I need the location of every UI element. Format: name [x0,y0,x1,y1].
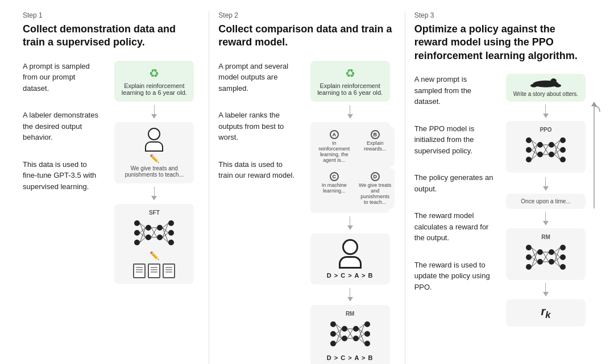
otter-icon [529,78,563,89]
svg-point-87 [537,249,543,255]
step1-column: Step 1 Collect demonstration data and tr… [14,11,209,364]
ppo-svg [523,135,569,166]
step2-content: A prompt and several model outputs are s… [218,61,395,364]
svg-point-33 [364,321,370,327]
option-b-text: Explain rewards... [359,140,392,152]
svg-point-28 [330,341,336,346]
svg-point-0 [134,220,140,226]
step1-prompt-box: ♻ Explain reinforcement learning to a 6 … [114,61,194,102]
svg-point-62 [549,142,554,148]
step3-output-box: Once upon a time... [506,194,586,209]
option-b: B Explain rewards... [356,127,395,166]
svg-point-86 [526,264,532,270]
docs-icons [121,263,187,278]
svg-point-61 [537,152,543,157]
svg-point-2 [134,240,140,245]
edit-icon2: ✏️ [121,251,187,260]
step3-diagram: Write a story about otters. PPO [500,74,591,327]
arrow9 [543,283,549,296]
svg-point-26 [330,321,336,327]
step3-rm-box: RM [506,228,586,280]
svg-point-30 [342,336,347,341]
step2-diagram: ♻ Explain reinforcement learning to a 6 … [305,61,396,364]
svg-point-29 [342,326,347,332]
arrow4 [347,216,353,230]
svg-point-84 [526,245,532,250]
arrow3 [347,105,353,119]
arrow5 [347,288,353,302]
option-d-letter: D [371,172,380,181]
svg-point-60 [537,142,543,148]
step1-title: Collect demonstration data and train a s… [23,23,200,49]
step2-column: Step 2 Collect comparison data and train… [209,11,405,364]
option-c: C In machine learning... [315,169,354,208]
svg-point-34 [364,331,370,337]
step2-options-box: A In reinforcement learning, the agent i… [310,122,390,213]
recycle-icon2: ♻ [317,66,383,80]
svg-point-31 [353,326,359,332]
step1-prompt-text: Explain reinforcement learning to a 6 ye… [122,82,187,96]
person-large [317,239,383,269]
option-a: A In reinforcement learning, the agent i… [315,127,354,166]
svg-point-27 [330,331,336,337]
step2-text1: A labeler ranks the outputs from best to… [218,110,298,143]
doc-icon3 [163,263,175,278]
step2-prompt-box: ♻ Explain reinforcement learning to a 6 … [310,61,390,102]
step3-content: A new prompt is sampled from the dataset… [414,74,591,327]
svg-point-90 [549,259,554,265]
doc-icon2 [148,263,160,278]
step3-prompt-box: Write a story about otters. [506,74,586,102]
step1-content: A prompt is sampled from our prompt data… [23,61,200,284]
nn-svg [131,217,177,249]
step3-text3: The reward model calculates a reward for… [414,210,495,244]
svg-point-3 [146,225,151,231]
step3-output-text: Once upon a time... [521,198,570,204]
svg-point-63 [549,152,554,157]
svg-point-7 [168,220,174,226]
svg-point-9 [168,240,174,245]
step2-labeler-box: D > C > A > B [310,233,390,284]
step2-title: Collect comparison data and train a rewa… [218,23,395,49]
rm-label: RM [317,311,383,317]
svg-point-89 [549,249,554,255]
svg-point-93 [560,264,566,270]
svg-point-32 [353,336,359,341]
option-d: D We give treats and punishments to teac… [356,169,395,208]
ppo-label: PPO [513,127,579,133]
svg-point-65 [560,147,566,153]
rm-svg [327,319,373,350]
option-a-letter: A [330,130,339,139]
step3-rm-svg [523,242,569,273]
svg-point-92 [560,254,566,260]
sft-label: SFT [149,210,160,216]
step2-rm-box: RM [310,305,390,364]
step2-ranking: D > C > A > B [317,272,383,279]
step3-text0: A new prompt is sampled from the dataset… [414,74,495,107]
step2-text0: A prompt and several model outputs are s… [218,61,298,94]
step3-texts: A new prompt is sampled from the dataset… [414,74,495,292]
svg-point-66 [560,157,566,162]
step2-label: Step 2 [218,11,395,19]
svg-point-57 [526,137,532,143]
step3-ppo-box: PPO [506,121,586,173]
rm-ranking: D > C > A > B [317,354,383,361]
step1-label: Step 1 [23,11,200,19]
arrow1 [151,105,157,119]
svg-point-64 [560,137,566,143]
arrow6 [543,104,549,118]
svg-point-35 [364,341,370,346]
step3-label: Step 3 [414,11,591,19]
step1-texts: A prompt is sampled from our prompt data… [23,61,103,193]
svg-point-88 [537,259,543,265]
option-d-text: We give treats and punishments to teach.… [359,182,392,205]
svg-marker-83 [591,102,597,106]
svg-point-5 [157,225,163,231]
step2-texts: A prompt and several model outputs are s… [218,61,298,181]
svg-point-4 [146,235,151,240]
option-c-letter: C [330,172,339,181]
recycle-icon: ♻ [121,66,187,80]
step3-text4: The reward is used to update the policy … [414,260,495,293]
svg-point-53 [530,84,537,87]
step3-text1: The PPO model is initialized from the su… [414,123,495,157]
nn-container: SFT [121,210,187,249]
